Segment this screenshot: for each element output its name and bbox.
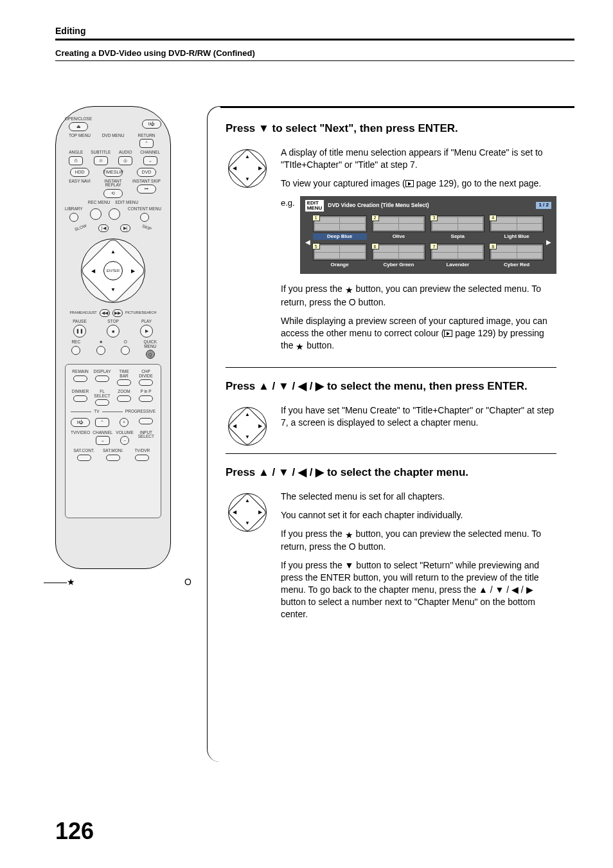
pinp-label: P in P bbox=[140, 390, 151, 394]
play-button[interactable]: ▶ bbox=[140, 325, 153, 338]
step2-p1: If you have set "Menu Create" to "Title+… bbox=[281, 404, 556, 429]
rec-button[interactable] bbox=[71, 346, 80, 355]
enter-button[interactable]: ENTER bbox=[103, 261, 123, 280]
content-menu-label: CONTENT MENU bbox=[128, 207, 161, 212]
tv-power-button[interactable]: I/⏻ bbox=[71, 418, 90, 427]
fl-select-button[interactable] bbox=[95, 399, 109, 406]
instant-replay-button[interactable]: ⟲ bbox=[103, 189, 123, 198]
thumb-number: 7 bbox=[430, 243, 438, 249]
zoom-button[interactable] bbox=[117, 395, 131, 402]
display-button[interactable] bbox=[95, 375, 109, 382]
divider bbox=[226, 453, 556, 454]
timeslip-button[interactable]: TIMESLIP bbox=[103, 168, 123, 177]
screenshot-title: DVD Video Creation (Title Menu Select) bbox=[328, 202, 532, 209]
power-button[interactable]: I/⏻ bbox=[142, 120, 161, 129]
right-arrow-icon[interactable]: ▶ bbox=[131, 267, 135, 273]
stop-button[interactable]: ■ bbox=[107, 325, 120, 338]
chp-divide-button[interactable] bbox=[139, 379, 153, 386]
pause-button[interactable]: ❚❚ bbox=[73, 325, 86, 338]
left-arrow-icon[interactable]: ◀ bbox=[91, 267, 95, 273]
rev-button[interactable]: |◀ bbox=[98, 224, 109, 232]
subtitle-button[interactable]: ⎚ bbox=[94, 156, 108, 165]
rec-label: REC bbox=[71, 340, 80, 345]
subtitle-label: SUBTITLE bbox=[91, 150, 111, 155]
dvd-button[interactable]: DVD bbox=[137, 168, 156, 177]
step3-p2: You cannot set it for each chapter indiv… bbox=[281, 509, 556, 521]
tv-dvr-button[interactable] bbox=[135, 455, 149, 461]
open-close-label: OPEN/CLOSE bbox=[65, 117, 92, 122]
quick-menu-button[interactable]: Q bbox=[146, 350, 155, 359]
remote-column: OPEN/CLOSE ⏏ I/⏻ TOP MENU DVD MENU RETUR… bbox=[55, 106, 184, 762]
step3-p1: The selected menu is set for all chapter… bbox=[281, 491, 556, 503]
volume-up-button[interactable]: + bbox=[120, 418, 129, 427]
edit-menu-label: EDIT MENU bbox=[116, 201, 139, 205]
menu-thumbnail: 7 bbox=[431, 244, 484, 260]
menu-thumbnail: 6 bbox=[372, 244, 426, 260]
thumb-label: Orange bbox=[313, 262, 367, 269]
top-menu-label: TOP MENU bbox=[69, 134, 91, 138]
down-arrow-icon[interactable]: ▼ bbox=[111, 287, 116, 293]
return-button[interactable]: ⌃ bbox=[139, 139, 154, 148]
audio-label: AUDIO bbox=[119, 150, 132, 155]
pinp-button[interactable] bbox=[139, 395, 153, 402]
enter-d-pad-icon: ENTER ▲▼◀▶ bbox=[228, 407, 267, 446]
channel-up-button[interactable]: ⌃ bbox=[95, 418, 109, 427]
eg-label: e.g. bbox=[281, 196, 295, 209]
nav-ring: ENTER ▲ ▼ ◀ ▶ bbox=[81, 239, 145, 303]
enter-d-pad-icon: ENTER ▲▼◀▶ bbox=[228, 493, 267, 532]
input-select-label: INPUT SELECT bbox=[137, 431, 155, 439]
tv-label: TV bbox=[94, 410, 99, 414]
menu-thumbnail: 4 bbox=[490, 215, 544, 232]
thumb-cell: 6Cyber Green bbox=[372, 244, 426, 269]
step3-title: Press ▲ / ▼ / ◀ / ▶ to select the chapte… bbox=[226, 466, 556, 479]
channel-down2-button[interactable]: ⌄ bbox=[96, 436, 110, 445]
progressive-label: PROGRESSIVE bbox=[125, 410, 155, 414]
star-button[interactable] bbox=[96, 346, 105, 355]
circle-button[interactable] bbox=[121, 346, 130, 355]
library-button[interactable] bbox=[69, 213, 78, 222]
remain-button[interactable] bbox=[73, 375, 87, 382]
content-menu-button[interactable] bbox=[140, 213, 149, 222]
rec-menu-button[interactable] bbox=[90, 208, 102, 220]
skip-back-button[interactable]: ◀◀ bbox=[100, 309, 110, 317]
thumb-cell: 7Lavender bbox=[431, 244, 484, 269]
sat-cont-button[interactable] bbox=[77, 455, 91, 461]
star-label: ★ bbox=[99, 340, 103, 345]
menu-thumbnail: 2 bbox=[372, 215, 426, 232]
remote-control: OPEN/CLOSE ⏏ I/⏻ TOP MENU DVD MENU RETUR… bbox=[55, 106, 171, 569]
up-arrow-icon[interactable]: ▲ bbox=[111, 249, 116, 255]
thumb-number: 8 bbox=[489, 243, 497, 249]
page-arrow-icon bbox=[444, 330, 452, 337]
library-label: LIBRARY bbox=[65, 207, 83, 212]
thumb-label: Olive bbox=[372, 233, 426, 240]
audio-button[interactable]: ◎ bbox=[118, 156, 132, 165]
volume-down-button[interactable]: − bbox=[120, 436, 129, 445]
angle-button[interactable]: ⎙ bbox=[69, 156, 83, 165]
edit-menu-button[interactable] bbox=[109, 208, 120, 220]
thumb-label: Light Blue bbox=[490, 233, 544, 240]
instant-skip-button[interactable]: ↦ bbox=[137, 185, 156, 194]
thumb-cell: 4Light Blue bbox=[490, 215, 544, 240]
dimmer-button[interactable] bbox=[73, 395, 87, 402]
eject-button[interactable]: ⏏ bbox=[69, 122, 88, 131]
hdd-button[interactable]: HDD bbox=[70, 168, 89, 177]
instant-skip-label: INSTANT SKIP bbox=[132, 179, 161, 184]
volume-label: VOLUME bbox=[116, 431, 133, 435]
time-bar-button[interactable] bbox=[117, 379, 131, 386]
screenshot-page: 1 / 2 bbox=[536, 202, 551, 209]
progressive-button[interactable] bbox=[139, 418, 153, 424]
thumb-number: 3 bbox=[430, 215, 438, 221]
menu-thumbnail: 3 bbox=[431, 215, 484, 232]
time-bar-label: TIME BAR bbox=[114, 370, 134, 378]
frame-adjust-label: FRAME/ADJUST bbox=[70, 311, 97, 315]
enter-d-pad-icon: ENTER ▲▼◀▶ bbox=[228, 149, 267, 188]
menu-thumbnail: 1 bbox=[313, 215, 367, 232]
remote-lower-panel: REMAIN DISPLAY TIME BAR CHP DIVIDE DIMME… bbox=[65, 364, 161, 518]
sat-moni-button[interactable] bbox=[106, 455, 120, 461]
thumb-cell: 3Sepia bbox=[431, 215, 484, 240]
thumb-nav-right-icon: ▶ bbox=[546, 238, 551, 247]
channel-down-button[interactable]: ⌄ bbox=[143, 156, 157, 165]
skip-fwd-button[interactable]: ▶▶ bbox=[112, 309, 123, 317]
display-label: DISPLAY bbox=[94, 370, 111, 374]
fwd-button[interactable]: ▶| bbox=[120, 224, 130, 232]
